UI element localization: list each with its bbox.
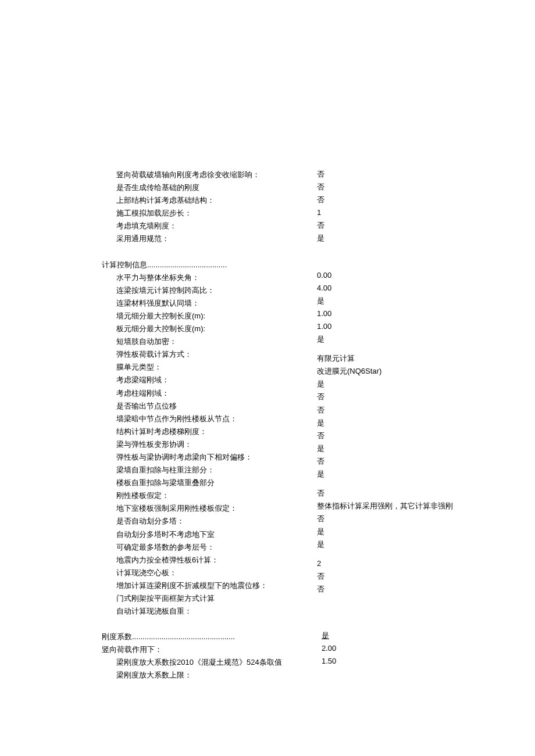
param-value: 有限元计算 — [317, 352, 453, 365]
param-value: 是 — [317, 442, 453, 455]
param-value: 1 — [317, 206, 324, 219]
param-value: 否 — [317, 487, 453, 500]
param-value: 否 — [317, 404, 453, 417]
param-value: 4.00 — [317, 282, 453, 295]
param-value: 是 — [317, 417, 453, 429]
param-value: 否 — [317, 570, 453, 583]
param-value: 是 — [317, 333, 453, 346]
param-value: 否 — [317, 181, 324, 194]
block-1: 竖向荷载破墙轴向刚度考虑徐变收缩影响： 是否生成传给基础的刚度 上部结构计算考虑… — [102, 169, 535, 246]
param-value: 否 — [317, 168, 324, 181]
param-value: 否 — [317, 390, 453, 403]
param-value: 1.00 — [317, 320, 453, 333]
param-label: 考虑填充墙刚度： — [102, 220, 305, 232]
param-value: 否 — [317, 583, 453, 596]
param-label: 梁刚度放大系数上限： — [102, 669, 535, 682]
param-label: 上部结构计算考虑基础结构： — [102, 194, 305, 207]
param-value: 整体指标计算采用强刚，其它计算非强刚 — [317, 500, 453, 513]
param-value: 2.00 — [322, 642, 336, 655]
param-value: 0.00 — [317, 269, 453, 282]
param-value: 否 — [317, 219, 324, 232]
param-label: 采用通用规范： — [102, 232, 305, 245]
param-value: 否 — [317, 513, 453, 525]
param-label: 梁刚度放大系数按2010《混凝土规范》524条取值 — [102, 656, 535, 669]
param-label: 自动计算现浇板自重： — [102, 605, 535, 618]
param-value: 否 — [317, 455, 453, 468]
param-value: 否 — [317, 194, 324, 206]
param-label: 施工模拟加载层步长： — [102, 207, 305, 220]
param-label: 是否生成传给基础的刚度 — [102, 181, 305, 194]
sub-header: 竖向荷载作用下： — [102, 643, 535, 656]
param-value: 是 — [317, 525, 453, 538]
section-header: 刚度系数 — [102, 630, 535, 643]
param-value: 是 — [317, 295, 453, 307]
param-value: 改进膜元(NQ6Star) — [317, 365, 453, 378]
param-value: 否 — [317, 429, 453, 442]
param-value: 是 — [317, 468, 453, 481]
param-value: 2 — [317, 557, 453, 570]
param-value: 1.50 — [322, 655, 336, 668]
param-value: 是 — [317, 378, 453, 390]
param-value: 是 — [322, 629, 336, 642]
param-label: 竖向荷载破墙轴向刚度考虑徐变收缩影响： — [102, 169, 305, 181]
block-2: 计算控制信息 水平力与整体坐标夹角： 连梁按墙元计算控制跨高比： 连梁材料强度默… — [102, 259, 535, 618]
param-value: 是 — [317, 538, 453, 551]
block-3: 刚度系数 竖向荷载作用下： 梁刚度放大系数按2010《混凝土规范》524条取值 … — [102, 630, 535, 682]
param-value: 1.00 — [317, 307, 453, 320]
param-value: 是 — [317, 232, 324, 245]
